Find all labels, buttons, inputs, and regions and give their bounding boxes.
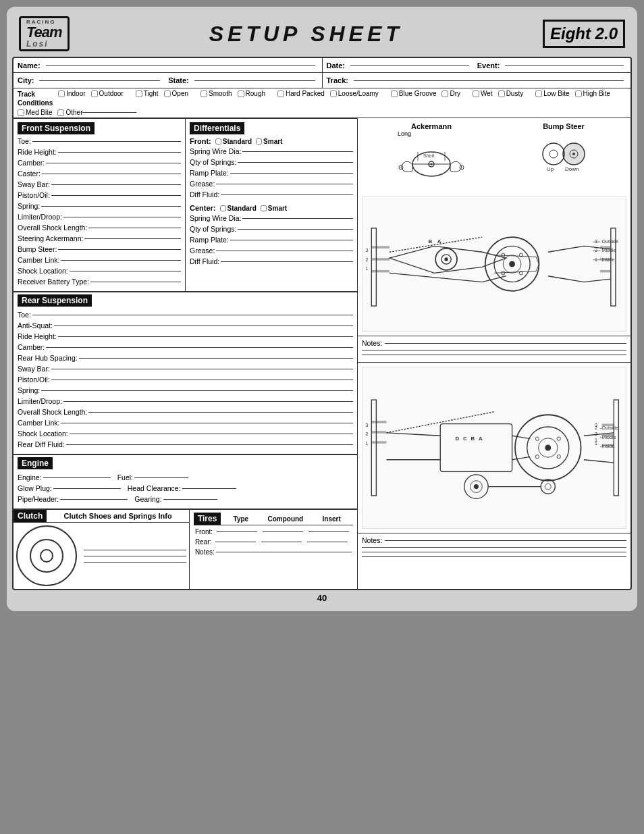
svg-point-40 — [509, 261, 515, 267]
ackermann-title: Ackermann — [391, 122, 472, 130]
diff-fluid2-field: Diff Fluid: — [190, 257, 353, 265]
differentials-header: Differentials — [190, 122, 244, 134]
svg-line-41 — [390, 237, 482, 252]
svg-rect-19 — [371, 228, 376, 306]
front-compound-line — [263, 531, 303, 532]
rear-piston-oil-field: Piston/Oil: — [18, 375, 353, 384]
rear-toe-field: Toe: — [18, 311, 353, 319]
left-column: Front Suspension Toe: Ride Height: Cambe… — [14, 118, 358, 589]
limiter-droop-field: Limiter/Droop: — [18, 213, 181, 221]
blue-groove-checkbox[interactable]: Blue Groove — [391, 90, 437, 97]
right-column: Ackermann Long Short — [358, 118, 630, 589]
rear-insert-line — [307, 542, 348, 542]
svg-point-13 — [572, 153, 575, 155]
spring-wire-dia-field: Spring Wire Dia: — [190, 147, 353, 155]
compound-header: Compound — [267, 515, 303, 523]
conditions-label: TrackConditions — [18, 90, 53, 107]
svg-text:Short: Short — [423, 153, 435, 158]
rear-tires-field: Rear: — [195, 538, 352, 546]
svg-point-9 — [543, 143, 564, 165]
bump-steer-field: Bump Steer: — [18, 245, 181, 253]
loose-loamy-checkbox[interactable]: Loose/Loamy — [330, 90, 379, 97]
svg-text:B: B — [471, 436, 475, 442]
svg-rect-22 — [371, 270, 390, 273]
name-city-fields: Name: City: State: — [14, 58, 323, 88]
svg-text:B: B — [429, 238, 433, 244]
rear-diff-fluid-field: Rear Diff Fluid: — [18, 440, 353, 448]
low-bite-checkbox[interactable]: Low Bite — [535, 90, 569, 97]
front-insert-line — [308, 531, 349, 532]
qty-springs2-field: Qty of Springs: — [190, 225, 353, 233]
center-smart-checkbox[interactable]: Smart — [261, 205, 287, 212]
svg-point-65 — [545, 445, 551, 451]
dusty-checkbox[interactable]: Dusty — [498, 90, 524, 97]
clutch-info-label: Clutch Shoes and Springs Info — [47, 512, 189, 520]
tight-checkbox[interactable]: Tight — [136, 90, 159, 97]
rough-checkbox[interactable]: Rough — [238, 90, 265, 97]
svg-text:3: 3 — [595, 423, 597, 428]
svg-text:2: 2 — [365, 257, 368, 263]
open-checkbox[interactable]: Open — [164, 90, 188, 97]
engine-type-field: Engine: — [18, 473, 111, 481]
notes-line-2 — [362, 350, 626, 350]
svg-rect-48 — [600, 258, 611, 261]
qty-springs-field: Qty of Springs: — [190, 158, 353, 166]
center-standard-checkbox[interactable]: Standard — [220, 205, 257, 212]
state-field-line — [194, 80, 315, 81]
clutch-line-2 — [84, 556, 186, 556]
notes-line-1 — [385, 343, 626, 344]
front-suspension-diagram: 3 2 1 — [362, 197, 626, 332]
grease2-field: Grease: — [190, 246, 353, 255]
tires-fields: Front: Rear: — [194, 525, 353, 561]
engine-header: Engine — [18, 457, 53, 469]
svg-point-82 — [535, 455, 539, 459]
wet-checkbox[interactable]: Wet — [473, 90, 493, 97]
clutch-header: Clutch Clutch Shoes and Springs Info — [14, 510, 189, 523]
smooth-checkbox[interactable]: Smooth — [200, 90, 232, 97]
svg-rect-78 — [602, 444, 614, 447]
med-bite-checkbox[interactable]: Med Bite — [18, 109, 52, 116]
front-tires-field: Front: — [195, 528, 352, 536]
svg-rect-61 — [440, 424, 512, 472]
svg-rect-60 — [371, 441, 386, 444]
dry-checkbox[interactable]: Dry — [441, 90, 460, 97]
svg-text:1: 1 — [365, 266, 368, 271]
ackermann-section: Ackermann Long Short — [391, 122, 472, 194]
other-checkbox[interactable]: Other — [57, 109, 136, 116]
main-content: Front Suspension Toe: Ride Height: Cambe… — [14, 118, 630, 589]
high-bite-checkbox[interactable]: High Bite — [575, 90, 611, 97]
rear-sway-bar-field: Sway Bar: — [18, 365, 353, 373]
svg-rect-58 — [371, 421, 386, 423]
svg-rect-59 — [371, 431, 386, 434]
notes-line-3 — [362, 355, 626, 355]
front-smart-checkbox[interactable]: Smart — [256, 138, 282, 145]
steering-ackermann-field: Steering Ackermann: — [18, 234, 181, 242]
svg-text:Outside: Outside — [602, 425, 618, 431]
svg-text:C: C — [463, 436, 467, 442]
front-diff-label: Front: Standard Smart — [190, 137, 353, 145]
rear-suspension-header: Rear Suspension — [18, 294, 92, 307]
logo: RACING TeamLosi — [19, 16, 70, 51]
page-number: 40 — [317, 593, 327, 603]
notes-row-1: Notes: — [362, 339, 626, 347]
rear-diagram-area: D C B A 3 2 1 — [358, 363, 630, 533]
svg-point-44 — [502, 253, 505, 257]
shock-location-field: Shock Location: — [18, 267, 181, 275]
svg-text:1: 1 — [595, 441, 597, 446]
indoor-checkbox[interactable]: Indoor — [58, 90, 85, 97]
pipe-header-field: Pipe/Header: — [18, 495, 128, 503]
svg-rect-77 — [602, 434, 614, 437]
ramp-plate-field: Ramp Plate: — [190, 169, 353, 177]
svg-point-88 — [474, 484, 479, 489]
shock-length-field: Overall Shock Length: — [18, 224, 181, 232]
bump-steer-title: Bump Steer — [530, 122, 597, 130]
svg-point-89 — [541, 479, 555, 494]
hard-packed-checkbox[interactable]: Hard Packed — [277, 90, 325, 97]
grease-field: Grease: — [190, 180, 353, 188]
front-standard-checkbox[interactable]: Standard — [215, 138, 252, 145]
front-diff-section: Front Suspension Toe: Ride Height: Cambe… — [14, 118, 357, 291]
track-label: Track: — [327, 76, 348, 84]
outdoor-checkbox[interactable]: Outdoor — [91, 90, 124, 97]
svg-text:3: 3 — [365, 248, 368, 253]
page-title: Setup Sheet — [200, 20, 412, 48]
